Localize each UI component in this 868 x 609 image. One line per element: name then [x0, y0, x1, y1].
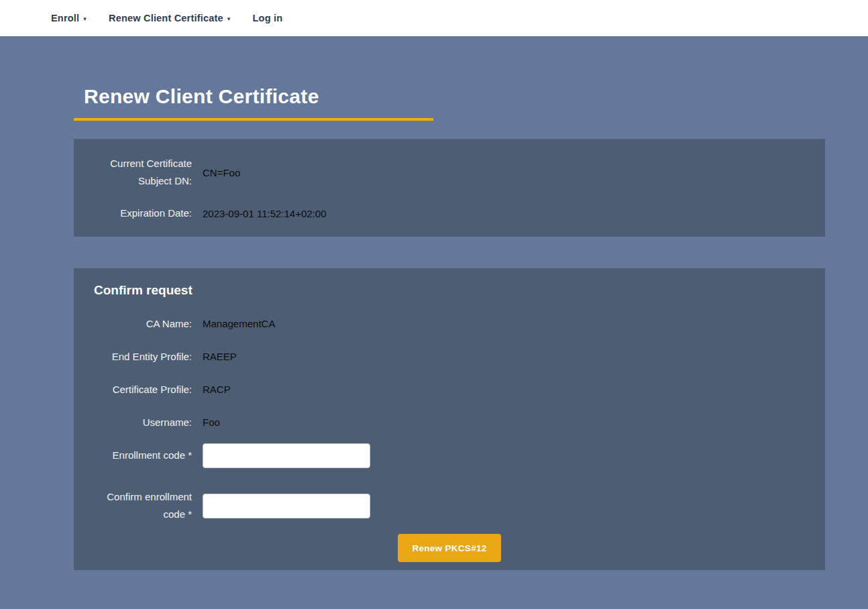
field-value-username: Foo: [203, 417, 220, 428]
field-label-expiration-date: Expiration Date:: [94, 205, 192, 222]
nav-item-enroll-label: Enroll: [51, 13, 79, 23]
confirm-request-heading: Confirm request: [94, 283, 805, 298]
page-title: Renew Client Certificate: [74, 85, 433, 121]
field-row-ca-name: CA Name: ManagementCA: [94, 311, 805, 336]
field-label-enrollment-code: Enrollment code *: [94, 447, 192, 464]
renew-pkcs12-button[interactable]: Renew PKCS#12: [398, 534, 500, 562]
field-value-subject-dn: CN=Foo: [203, 167, 240, 178]
field-value-ca-name: ManagementCA: [203, 318, 275, 329]
field-row-enrollment-code: Enrollment code *: [94, 443, 805, 468]
field-row-confirm-enrollment-code: Confirm enrollment code *: [94, 488, 805, 523]
field-value-end-entity-profile: RAEEP: [203, 351, 237, 362]
field-value-expiration-date: 2023-09-01 11:52:14+02:00: [203, 208, 326, 219]
field-label-confirm-enrollment-code: Confirm enrollment code *: [94, 488, 192, 523]
top-nav: Enroll ▾ Renew Client Certificate ▾ Log …: [0, 0, 868, 36]
content-container: Renew Client Certificate Current Certifi…: [74, 85, 825, 570]
enrollment-code-input[interactable]: [203, 443, 370, 468]
screen: Enroll ▾ Renew Client Certificate ▾ Log …: [0, 0, 868, 609]
confirm-request-panel: Confirm request CA Name: ManagementCA En…: [74, 268, 825, 570]
nav-item-renew-label: Renew Client Certificate: [109, 13, 223, 23]
chevron-down-icon: ▾: [83, 15, 87, 22]
field-value-certificate-profile: RACP: [203, 384, 231, 395]
chevron-down-icon: ▾: [227, 15, 231, 22]
button-row: Renew PKCS#12: [94, 534, 805, 562]
field-label-username: Username:: [94, 414, 192, 431]
field-row-certificate-profile: Certificate Profile: RACP: [94, 377, 805, 402]
nav-item-enroll[interactable]: Enroll ▾: [51, 13, 87, 23]
field-row-username: Username: Foo: [94, 410, 805, 435]
field-label-certificate-profile: Certificate Profile:: [94, 381, 192, 398]
field-row-end-entity-profile: End Entity Profile: RAEEP: [94, 344, 805, 369]
nav-item-log-in[interactable]: Log in: [253, 13, 283, 23]
field-row-subject-dn: Current Certificate Subject DN: CN=Foo: [94, 155, 805, 190]
field-row-expiration-date: Expiration Date: 2023-09-01 11:52:14+02:…: [94, 205, 805, 222]
current-certificate-panel: Current Certificate Subject DN: CN=Foo E…: [74, 139, 825, 237]
field-label-ca-name: CA Name:: [94, 315, 192, 333]
field-label-subject-dn: Current Certificate Subject DN:: [94, 155, 192, 190]
nav-item-renew-client-certificate[interactable]: Renew Client Certificate ▾: [109, 13, 231, 23]
field-label-end-entity-profile: End Entity Profile:: [94, 348, 192, 366]
nav-item-login-label: Log in: [253, 13, 283, 23]
confirm-enrollment-code-input[interactable]: [203, 494, 370, 518]
